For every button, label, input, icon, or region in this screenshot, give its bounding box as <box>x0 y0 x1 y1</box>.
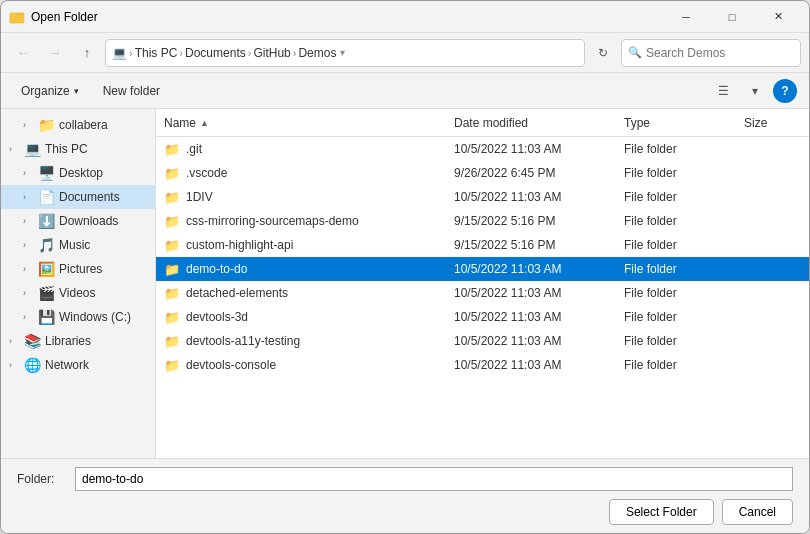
file-name-cell: 📁 1DIV <box>164 190 454 205</box>
folder-label: Folder: <box>17 472 67 486</box>
search-icon: 🔍 <box>628 46 642 59</box>
sidebar-item-label: Libraries <box>45 334 91 348</box>
file-type: File folder <box>624 190 744 204</box>
file-type: File folder <box>624 334 744 348</box>
file-name-cell: 📁 .vscode <box>164 166 454 181</box>
sidebar-folder-icon: ⬇️ <box>37 213 55 229</box>
sidebar-item-label: Downloads <box>59 214 118 228</box>
file-date: 10/5/2022 11:03 AM <box>454 310 624 324</box>
sidebar-item-label: Windows (C:) <box>59 310 131 324</box>
table-row[interactable]: 📁 css-mirroring-sourcemaps-demo 9/15/202… <box>156 209 809 233</box>
sidebar-arrow-icon: › <box>23 120 33 130</box>
file-name: css-mirroring-sourcemaps-demo <box>186 214 359 228</box>
up-button[interactable]: ↑ <box>73 39 101 67</box>
table-row[interactable]: 📁 demo-to-do 10/5/2022 11:03 AM File fol… <box>156 257 809 281</box>
sidebar-item-collabera[interactable]: › 📁 collabera <box>1 113 155 137</box>
open-folder-dialog: Open Folder ─ □ ✕ ← → ↑ 💻 › This PC › Do… <box>0 0 810 534</box>
sidebar-arrow-icon: › <box>23 216 33 226</box>
help-button[interactable]: ? <box>773 79 797 103</box>
sort-arrow-icon: ▲ <box>200 118 209 128</box>
file-date: 9/15/2022 5:16 PM <box>454 214 624 228</box>
sidebar-item-documents[interactable]: › 📄 Documents <box>1 185 155 209</box>
file-type: File folder <box>624 238 744 252</box>
address-bar: ← → ↑ 💻 › This PC › Documents › GitHub ›… <box>1 33 809 73</box>
table-row[interactable]: 📁 devtools-console 10/5/2022 11:03 AM Fi… <box>156 353 809 377</box>
new-folder-button[interactable]: New folder <box>95 81 168 101</box>
file-name-cell: 📁 detached-elements <box>164 286 454 301</box>
minimize-button[interactable]: ─ <box>663 1 709 33</box>
sidebar-folder-icon: 🌐 <box>23 357 41 373</box>
cancel-button[interactable]: Cancel <box>722 499 793 525</box>
table-row[interactable]: 📁 devtools-3d 10/5/2022 11:03 AM File fo… <box>156 305 809 329</box>
sidebar-item-label: Network <box>45 358 89 372</box>
col-header-date[interactable]: Date modified <box>454 116 624 130</box>
sidebar-item-label: This PC <box>45 142 88 156</box>
sidebar-folder-icon: 🖥️ <box>37 165 55 181</box>
col-header-name[interactable]: Name ▲ <box>164 116 454 130</box>
select-folder-button[interactable]: Select Folder <box>609 499 714 525</box>
sidebar-arrow-icon: › <box>23 264 33 274</box>
sidebar-item-this-pc[interactable]: › 💻 This PC <box>1 137 155 161</box>
back-button[interactable]: ← <box>9 39 37 67</box>
breadcrumb-this-pc: This PC <box>135 46 178 60</box>
col-header-type[interactable]: Type <box>624 116 744 130</box>
close-button[interactable]: ✕ <box>755 1 801 33</box>
sidebar-item-videos[interactable]: › 🎬 Videos <box>1 281 155 305</box>
maximize-button[interactable]: □ <box>709 1 755 33</box>
file-type: File folder <box>624 166 744 180</box>
file-name: devtools-a11y-testing <box>186 334 300 348</box>
table-row[interactable]: 📁 custom-highlight-api 9/15/2022 5:16 PM… <box>156 233 809 257</box>
breadcrumb-icon: 💻 <box>112 46 127 60</box>
sidebar-item-label: Desktop <box>59 166 103 180</box>
sidebar-arrow-icon: › <box>23 192 33 202</box>
file-name-cell: 📁 devtools-3d <box>164 310 454 325</box>
sidebar-arrow-icon: › <box>23 312 33 322</box>
sidebar-arrow-icon: › <box>9 144 19 154</box>
sidebar-item-pictures[interactable]: › 🖼️ Pictures <box>1 257 155 281</box>
refresh-button[interactable]: ↻ <box>589 39 617 67</box>
table-row[interactable]: 📁 .git 10/5/2022 11:03 AM File folder <box>156 137 809 161</box>
search-box[interactable]: 🔍 <box>621 39 801 67</box>
file-date: 9/26/2022 6:45 PM <box>454 166 624 180</box>
file-type: File folder <box>624 310 744 324</box>
view-list-button[interactable]: ☰ <box>709 77 737 105</box>
col-header-size[interactable]: Size <box>744 116 809 130</box>
view-dropdown-button[interactable]: ▾ <box>741 77 769 105</box>
sidebar-arrow-icon: › <box>23 288 33 298</box>
breadcrumb-bar[interactable]: 💻 › This PC › Documents › GitHub › Demos… <box>105 39 585 67</box>
sidebar-item-downloads[interactable]: › ⬇️ Downloads <box>1 209 155 233</box>
search-input[interactable] <box>646 46 794 60</box>
file-type: File folder <box>624 358 744 372</box>
action-row: Select Folder Cancel <box>17 499 793 525</box>
sidebar-item-desktop[interactable]: › 🖥️ Desktop <box>1 161 155 185</box>
sidebar-item-label: collabera <box>59 118 108 132</box>
sidebar-item-music[interactable]: › 🎵 Music <box>1 233 155 257</box>
forward-button[interactable]: → <box>41 39 69 67</box>
table-row[interactable]: 📁 detached-elements 10/5/2022 11:03 AM F… <box>156 281 809 305</box>
sidebar-item-label: Pictures <box>59 262 102 276</box>
table-row[interactable]: 📁 devtools-a11y-testing 10/5/2022 11:03 … <box>156 329 809 353</box>
sidebar-item-libraries[interactable]: › 📚 Libraries <box>1 329 155 353</box>
file-name-cell: 📁 devtools-a11y-testing <box>164 334 454 349</box>
sidebar-item-windows-(c:)[interactable]: › 💾 Windows (C:) <box>1 305 155 329</box>
sidebar: › 📁 collabera › 💻 This PC › 🖥️ Desktop ›… <box>1 109 156 458</box>
folder-icon: 📁 <box>164 238 180 253</box>
sidebar-item-label: Videos <box>59 286 95 300</box>
folder-icon: 📁 <box>164 310 180 325</box>
sidebar-folder-icon: 💻 <box>23 141 41 157</box>
file-type: File folder <box>624 214 744 228</box>
table-row[interactable]: 📁 1DIV 10/5/2022 11:03 AM File folder <box>156 185 809 209</box>
folder-icon: 📁 <box>164 286 180 301</box>
file-list: Name ▲ Date modified Type Size 📁 .git 10… <box>156 109 809 458</box>
sidebar-item-network[interactable]: › 🌐 Network <box>1 353 155 377</box>
organize-button[interactable]: Organize ▾ <box>13 81 87 101</box>
file-date: 10/5/2022 11:03 AM <box>454 142 624 156</box>
file-name: detached-elements <box>186 286 288 300</box>
organize-arrow-icon: ▾ <box>74 86 79 96</box>
table-row[interactable]: 📁 .vscode 9/26/2022 6:45 PM File folder <box>156 161 809 185</box>
folder-icon: 📁 <box>164 142 180 157</box>
folder-input[interactable] <box>75 467 793 491</box>
file-date: 10/5/2022 11:03 AM <box>454 334 624 348</box>
file-name-cell: 📁 .git <box>164 142 454 157</box>
sidebar-folder-icon: 📁 <box>37 117 55 133</box>
